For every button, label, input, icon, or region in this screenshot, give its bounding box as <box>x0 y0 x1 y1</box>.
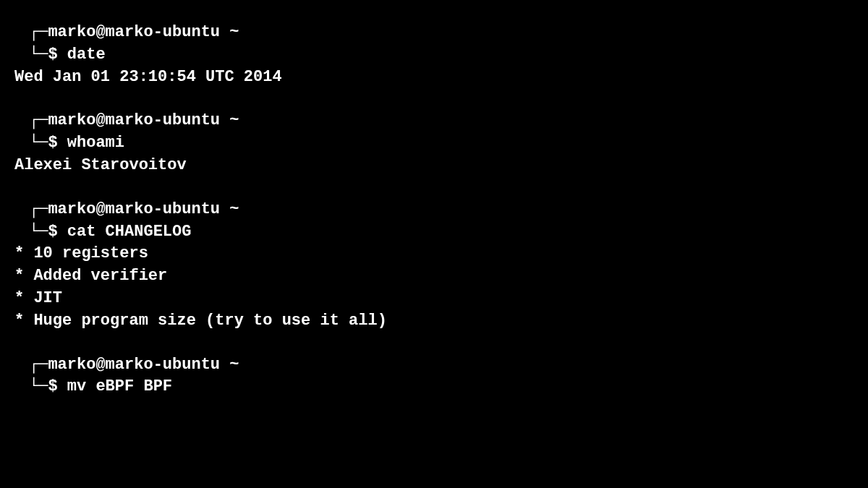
output-line: * JIT <box>14 288 854 310</box>
command[interactable]: date <box>67 46 106 64</box>
terminal-block-0: ┌─marko@marko-ubuntu ~ └─$ date Wed Jan … <box>14 22 854 88</box>
prompt-line1: ┌─marko@marko-ubuntu ~ <box>14 354 854 377</box>
path: ~ <box>220 356 239 374</box>
output-line: * 10 registers <box>14 243 854 265</box>
path: ~ <box>220 200 239 218</box>
user-host: marko@marko-ubuntu <box>48 200 220 218</box>
prompt-prefix: ┌─ <box>29 356 48 374</box>
prompt-line1: ┌─marko@marko-ubuntu ~ <box>14 199 854 221</box>
command[interactable]: cat CHANGELOG <box>67 223 192 241</box>
path: ~ <box>220 23 239 41</box>
prompt-line2: └─$ cat CHANGELOG <box>14 221 854 244</box>
path: ~ <box>220 111 239 129</box>
prompt-prefix: ┌─ <box>29 23 48 41</box>
user-host: marko@marko-ubuntu <box>48 23 220 41</box>
output-line: * Huge program size (try to use it all) <box>14 310 854 333</box>
output-line: * Added verifier <box>14 265 854 288</box>
prompt-line2: └─$ mv eBPF BPF <box>14 376 854 398</box>
command[interactable]: mv eBPF BPF <box>67 377 172 395</box>
prompt-line2: └─$ whoami <box>14 132 854 155</box>
prompt-symbol: └─$ <box>29 223 67 241</box>
output-line: Alexei Starovoitov <box>14 155 854 177</box>
output-line: Wed Jan 01 23:10:54 UTC 2014 <box>14 67 854 89</box>
prompt-symbol: └─$ <box>29 134 67 152</box>
terminal-block-2: ┌─marko@marko-ubuntu ~ └─$ cat CHANGELOG… <box>14 199 854 333</box>
prompt-symbol: └─$ <box>29 377 67 395</box>
terminal-block-1: ┌─marko@marko-ubuntu ~ └─$ whoami Alexei… <box>14 110 854 176</box>
command[interactable]: whoami <box>67 134 124 152</box>
terminal-block-3: ┌─marko@marko-ubuntu ~ └─$ mv eBPF BPF <box>14 354 854 399</box>
prompt-line1: ┌─marko@marko-ubuntu ~ <box>14 110 854 132</box>
prompt-line2: └─$ date <box>14 44 854 67</box>
user-host: marko@marko-ubuntu <box>48 356 220 374</box>
prompt-line1: ┌─marko@marko-ubuntu ~ <box>14 22 854 44</box>
user-host: marko@marko-ubuntu <box>48 111 220 129</box>
prompt-symbol: └─$ <box>29 46 67 64</box>
prompt-prefix: ┌─ <box>29 111 48 129</box>
prompt-prefix: ┌─ <box>29 200 48 218</box>
